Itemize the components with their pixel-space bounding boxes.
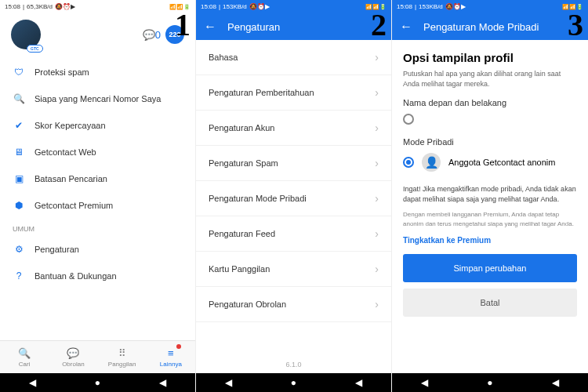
menu-item[interactable]: ⬢Getcontact Premium xyxy=(0,192,195,219)
option-label: Nama depan dan belakang xyxy=(403,98,577,107)
nav-label: Lainnya xyxy=(160,361,182,368)
setting-label: Kartu Panggilan xyxy=(209,264,270,274)
back-triangle-icon[interactable]: ◀ xyxy=(225,377,232,388)
screen-private-mode: 3 15:08|153KB/d🔕⏰▶ 📶📶🔋 ← Pengaturan Mode… xyxy=(392,0,588,392)
chevron-right-icon: › xyxy=(375,157,379,169)
step-number: 3 xyxy=(568,6,583,43)
setting-row[interactable]: Bahasa› xyxy=(196,40,391,75)
setting-row[interactable]: Pengaturan Obrolan› xyxy=(196,287,391,322)
menu-item-label: Siapa yang Mencari Nomor Saya xyxy=(34,94,161,103)
radio-option-fullname[interactable] xyxy=(403,114,577,125)
android-nav: ◀●◀ xyxy=(0,373,195,392)
menu-item[interactable]: 🖥Getcontact Web xyxy=(0,139,195,165)
chevron-right-icon: › xyxy=(375,51,379,64)
menu-item-label: Skor Kepercayaan xyxy=(34,121,106,130)
menu-item-icon: 🖥 xyxy=(13,147,25,158)
status-bar: 15:08|153KB/d🔕⏰▶ 📶📶🔋 xyxy=(196,0,391,13)
back-arrow-icon[interactable]: ← xyxy=(204,20,216,34)
app-header: ← Pengaturan xyxy=(196,13,391,40)
menu-item[interactable]: ✔Skor Kepercayaan xyxy=(0,112,195,139)
menu-item-icon: ⬢ xyxy=(13,200,25,211)
back-arrow-icon[interactable]: ← xyxy=(400,20,412,34)
menu-item-label: Getcontact Premium xyxy=(34,201,113,210)
back-triangle-icon[interactable]: ◀ xyxy=(421,377,428,388)
nav-tab-lainnya[interactable]: ≡Lainnya xyxy=(147,341,195,373)
step-number: 1 xyxy=(175,6,191,43)
recent-triangle-icon[interactable]: ◀ xyxy=(552,377,559,388)
radio-icon xyxy=(403,157,414,168)
menu-item[interactable]: ⚙Pengaturan xyxy=(0,236,195,263)
radio-icon xyxy=(403,114,414,125)
profile-avatar[interactable]: GTC xyxy=(11,20,41,49)
cancel-button[interactable]: Batal xyxy=(403,289,577,317)
android-nav: ◀●◀ xyxy=(392,373,588,392)
nav-icon: 💬 xyxy=(67,347,79,359)
header-title: Pengaturan Mode Pribadi xyxy=(423,21,539,33)
nav-icon: 🔍 xyxy=(18,347,31,359)
warning-text: Ingat! Jika mengaktifkan mode pribadi, A… xyxy=(403,184,577,204)
option-text: Anggota Getcontact anonim xyxy=(448,158,555,167)
chevron-right-icon: › xyxy=(375,263,379,275)
setting-label: Bahasa xyxy=(209,53,238,62)
version-text: 6.1.0 xyxy=(196,356,391,373)
home-circle-icon[interactable]: ● xyxy=(291,377,296,388)
chevron-right-icon: › xyxy=(375,122,379,134)
setting-row[interactable]: Kartu Panggilan› xyxy=(196,252,391,287)
app-header: ← Pengaturan Mode Pribadi xyxy=(392,13,588,40)
screen-more: 1 15:08|65,3KB/d🔕⏰▶ 📶📶🔋 GTC 💬0 220 🛡Prot… xyxy=(0,0,196,392)
menu-item-label: Pengaturan xyxy=(34,245,79,254)
nav-tab-obrolan[interactable]: 💬Obrolan xyxy=(49,341,97,373)
setting-label: Pengaturan Akun xyxy=(209,123,274,132)
setting-label: Pengaturan Pemberitahuan xyxy=(209,88,314,97)
step-number: 2 xyxy=(371,6,387,43)
menu-item[interactable]: 🔍Siapa yang Mencari Nomor Saya xyxy=(0,85,195,112)
nav-label: Obrolan xyxy=(62,361,84,368)
chevron-right-icon: › xyxy=(375,86,379,99)
nav-tab-cari[interactable]: 🔍Cari xyxy=(0,341,49,373)
setting-label: Pengaturan Spam xyxy=(209,158,278,168)
menu-item-label: Bantuan & Dukungan xyxy=(34,271,117,281)
setting-row[interactable]: Pengaturan Mode Pribadi› xyxy=(196,181,391,216)
home-circle-icon[interactable]: ● xyxy=(487,377,492,388)
nav-icon: ≡ xyxy=(168,347,174,359)
recent-triangle-icon[interactable]: ◀ xyxy=(355,377,362,388)
recent-triangle-icon[interactable]: ◀ xyxy=(159,377,166,388)
upgrade-link[interactable]: Tingkatkan ke Premium xyxy=(403,236,577,245)
menu-item-icon: ✔ xyxy=(13,120,25,131)
chevron-right-icon: › xyxy=(375,227,379,240)
page-title: Opsi tampilan profil xyxy=(403,51,577,64)
setting-row[interactable]: Pengaturan Spam› xyxy=(196,146,391,181)
anonymous-avatar-icon: 👤 xyxy=(422,153,441,172)
setting-row[interactable]: Pengaturan Pemberitahuan› xyxy=(196,75,391,111)
menu-item[interactable]: 🛡Proteksi spam xyxy=(0,59,195,85)
status-bar: 15:08|65,3KB/d🔕⏰▶ 📶📶🔋 xyxy=(0,0,195,13)
back-triangle-icon[interactable]: ◀ xyxy=(29,377,36,388)
home-circle-icon[interactable]: ● xyxy=(95,377,100,388)
menu-item-icon: 🔍 xyxy=(13,93,25,104)
section-label: UMUM xyxy=(0,219,195,236)
save-button[interactable]: Simpan perubahan xyxy=(403,254,577,282)
menu-item-label: Proteksi spam xyxy=(34,67,89,77)
setting-label: Pengaturan Obrolan xyxy=(209,299,286,309)
page-description: Putuskan hal apa yang akan dilihat orang… xyxy=(403,69,577,89)
screen-settings: 2 15:08|153KB/d🔕⏰▶ 📶📶🔋 ← Pengaturan Baha… xyxy=(196,0,392,392)
nav-tab-panggilan[interactable]: ⠿Panggilan xyxy=(98,341,147,373)
radio-option-anonymous[interactable]: 👤 Anggota Getcontact anonim xyxy=(403,153,577,172)
menu-item-icon: ▣ xyxy=(13,173,25,184)
notification-dot-icon xyxy=(176,344,181,349)
menu-item-label: Batasan Pencarian xyxy=(34,174,107,183)
option-label: Mode Pribadi xyxy=(403,137,577,147)
setting-label: Pengaturan Mode Pribadi xyxy=(209,194,307,203)
setting-row[interactable]: Pengaturan Akun› xyxy=(196,111,391,146)
setting-row[interactable]: Pengaturan Feed› xyxy=(196,216,391,252)
menu-item-label: Getcontact Web xyxy=(34,147,96,157)
menu-item-icon: ⚙ xyxy=(13,244,25,255)
chevron-right-icon: › xyxy=(375,298,379,310)
premium-note: Dengan membeli langganan Premium, Anda d… xyxy=(403,210,577,227)
setting-label: Pengaturan Feed xyxy=(209,229,275,238)
nav-label: Panggilan xyxy=(108,361,136,368)
menu-item[interactable]: ▣Batasan Pencarian xyxy=(0,165,195,192)
bottom-nav: 🔍Cari💬Obrolan⠿Panggilan≡Lainnya xyxy=(0,340,195,373)
menu-item[interactable]: ?Bantuan & Dukungan xyxy=(0,263,195,289)
message-icon[interactable]: 💬0 xyxy=(143,29,161,41)
